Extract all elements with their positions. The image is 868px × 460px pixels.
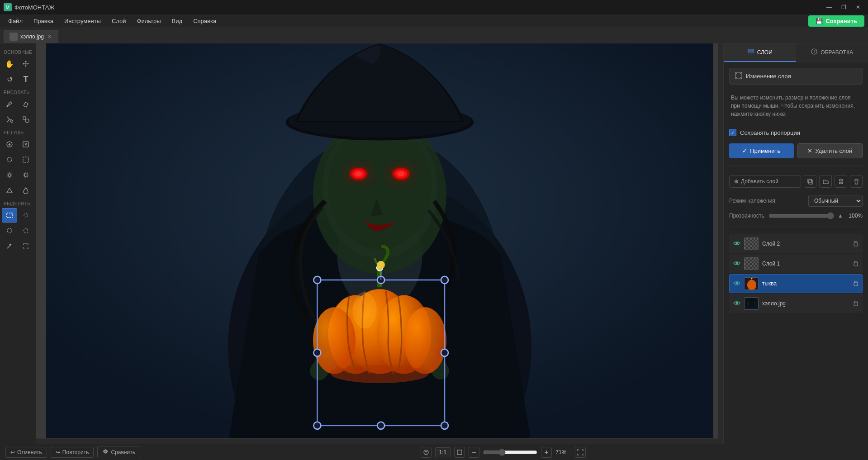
move-tool[interactable] (18, 57, 33, 71)
svg-point-45 (441, 349, 448, 356)
svg-point-4 (7, 157, 12, 162)
layer-eye-sloy1[interactable] (733, 260, 740, 267)
zoom-in-button[interactable] (541, 447, 552, 458)
zoom-slider[interactable] (483, 449, 537, 456)
lasso-tool[interactable] (18, 208, 33, 223)
tools-section-basic-label: ОСНОВНЫЕ (2, 47, 34, 56)
canvas-area[interactable] (36, 43, 723, 444)
compare-label: Сравнить (111, 449, 135, 455)
canvas-scroll-horizontal[interactable] (36, 438, 718, 444)
heal-tool[interactable] (2, 152, 17, 167)
tab-layers[interactable]: СЛОИ (724, 43, 796, 62)
maximize-button[interactable]: ❐ (837, 2, 850, 12)
brush-tool[interactable] (2, 97, 17, 111)
hand-tool[interactable]: ✋ (2, 57, 17, 71)
svg-rect-75 (457, 450, 462, 455)
rect-select-tool[interactable] (2, 208, 17, 223)
color-picker-button[interactable] (421, 447, 432, 458)
svg-rect-56 (745, 238, 759, 250)
svg-point-6 (8, 174, 11, 176)
layer-item-pumpkin[interactable]: тыква (729, 274, 863, 293)
menu-tools[interactable]: Инструменты (60, 16, 105, 26)
redo-icon: ↪ (56, 449, 60, 455)
tools-row-2: ↺ T (2, 72, 34, 86)
layer-item-sloy1[interactable]: Слой 1 (729, 254, 863, 273)
lighten-tool[interactable] (2, 168, 17, 182)
title-bar-controls[interactable]: — ❐ ✕ (823, 2, 864, 12)
save-button[interactable]: 💾 Сохранить (808, 15, 864, 27)
tab-bar: хэлло.jpg ✕ (0, 28, 868, 43)
blend-mode-select[interactable]: Обычный Умножение Экран Перекрытие (808, 195, 863, 207)
layer-merge-button[interactable] (835, 175, 847, 188)
svg-rect-8 (7, 213, 12, 218)
drop-tool[interactable] (18, 183, 33, 198)
canvas-scene (36, 43, 723, 444)
svg-rect-51 (748, 54, 754, 54)
canvas-scroll-vertical[interactable] (718, 43, 723, 444)
menu-filters[interactable]: Фильтры (133, 16, 166, 26)
zoom-percent-display: 71% (555, 449, 571, 455)
smart-heal-tool[interactable] (18, 152, 33, 167)
layer-eye-sloy2[interactable] (733, 240, 740, 247)
rotate-tool[interactable]: ↺ (2, 72, 17, 86)
menu-layer[interactable]: Слой (107, 16, 131, 26)
close-button[interactable]: ✕ (852, 2, 864, 12)
keep-proportions-label: Сохранять пропорции (740, 129, 800, 136)
layer-lock-sloy2[interactable] (853, 240, 859, 248)
menu-help[interactable]: Справка (189, 16, 221, 26)
add-layer-button[interactable]: ⊕ Добавить слой (729, 175, 801, 188)
keep-proportions-row[interactable]: ✓ Сохранять пропорции (729, 127, 863, 138)
fit-canvas-button[interactable] (454, 447, 465, 458)
free-lasso-tool[interactable] (2, 223, 17, 238)
delete-label: Удалить слой (815, 147, 852, 154)
delete-layer-button[interactable]: ✕ Удалить слой (797, 143, 863, 158)
tools-row-7 (2, 168, 34, 182)
apply-button[interactable]: ✓ Применить (729, 143, 794, 158)
fill-tool[interactable] (2, 112, 17, 127)
redo-button[interactable]: ↪ Повторить (51, 447, 94, 458)
layer-folder-button[interactable] (819, 175, 832, 188)
layer-name-sloy1: Слой 1 (762, 261, 849, 267)
darken-tool[interactable] (18, 168, 33, 182)
compare-button[interactable]: Сравнить (97, 446, 140, 458)
layer-lock-hello[interactable] (853, 300, 859, 308)
svg-point-40 (441, 276, 448, 284)
undo-button[interactable]: ↩ Отменить (5, 447, 47, 458)
processing-tab-label: ОБРАБОТКА (821, 49, 853, 56)
shape-tool[interactable] (18, 112, 33, 127)
patch-tool[interactable] (18, 137, 33, 152)
save-label: Сохранить (825, 18, 857, 24)
menu-file[interactable]: Файл (4, 16, 27, 26)
undo-icon: ↩ (10, 449, 15, 455)
smart-select-tool[interactable] (18, 239, 33, 253)
svg-point-42 (441, 422, 448, 429)
layer-eye-pumpkin[interactable] (733, 280, 740, 287)
layer-item-sloy2[interactable]: Слой 2 (729, 234, 863, 253)
tools-row-11 (2, 239, 34, 253)
main-layout: ОСНОВНЫЕ ✋ ↺ T РИСОВАТЬ (0, 43, 868, 444)
fullscreen-button[interactable] (575, 447, 586, 458)
menu-edit[interactable]: Правка (29, 16, 58, 26)
opacity-slider[interactable] (769, 212, 834, 219)
layer-delete-button[interactable] (850, 175, 863, 188)
layer-lock-pumpkin[interactable] (853, 280, 859, 288)
minimize-button[interactable]: — (823, 2, 835, 12)
keep-proportions-checkbox[interactable]: ✓ (729, 129, 736, 136)
tab-close-button[interactable]: ✕ (47, 33, 52, 41)
layer-item-hello[interactable]: хэлло.jpg (729, 294, 863, 313)
menu-view[interactable]: Вид (167, 16, 187, 26)
document-tab[interactable]: хэлло.jpg ✕ (4, 30, 58, 43)
layer-lock-sloy1[interactable] (853, 260, 859, 268)
layer-eye-hello[interactable] (733, 300, 740, 307)
zoom-out-button[interactable] (469, 447, 479, 458)
clone-tool[interactable] (2, 137, 17, 152)
eraser-tool[interactable] (18, 97, 33, 111)
polygon-lasso-tool[interactable] (18, 223, 33, 238)
text-tool[interactable]: T (18, 72, 33, 86)
layer-duplicate-button[interactable] (804, 175, 816, 188)
tab-processing[interactable]: ОБРАБОТКА (796, 43, 868, 62)
magic-wand-tool[interactable] (2, 239, 17, 253)
svg-rect-59 (745, 258, 759, 270)
layer-thumb-pumpkin (744, 277, 759, 290)
triangle-tool[interactable] (2, 183, 17, 198)
